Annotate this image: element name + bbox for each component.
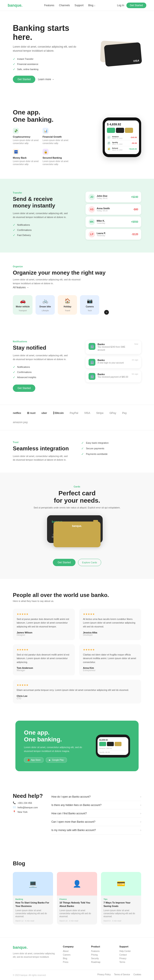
faq-4[interactable]: Can I open more than Banko account? › xyxy=(51,818,141,826)
tc-name-3: Mike K. xyxy=(97,220,105,222)
blog-post-2[interactable]: 👤 Finance 10 Things Nobody Told You Abou… xyxy=(57,872,97,924)
footer-cookies-link[interactable]: Cookies xyxy=(134,974,141,976)
tc-4: LP Laura P. Yesterday -$120 xyxy=(86,229,141,240)
nav-link-blog[interactable]: Blog ↓ xyxy=(88,4,95,7)
notif-icon-2: 🏦 xyxy=(88,359,95,366)
partners-section: netflex ⊞ nuxt uber ₿ Bitcoin PayPal VIS… xyxy=(0,405,154,430)
nav-link-channels[interactable]: Channels xyxy=(59,4,70,7)
phone-card-2 xyxy=(116,128,124,133)
phone-card-3 xyxy=(125,128,133,133)
notif-icon-1: 🏦 xyxy=(88,343,95,350)
faq-question-3: How can I find Banko account? xyxy=(51,812,86,815)
card-explore-button[interactable]: Explore Cards xyxy=(78,559,101,566)
blog-content-1: Banking How To Start Using Banko For You… xyxy=(13,896,53,924)
sr-feature-2: ✓ Confirmations xyxy=(13,228,71,232)
seamless-item-2: ✓ Secure payments xyxy=(81,447,141,450)
oab-card-3 xyxy=(115,742,121,746)
tc-info-1: John Doe Today, 09:41 xyxy=(97,195,108,199)
blog-meta-1: March 12 · 5 min read xyxy=(16,920,50,922)
app-store-button[interactable]: 🍎 App Store xyxy=(24,757,44,763)
sr-tag: Transfer xyxy=(13,192,71,194)
testimonial-text-2: At lectus urna faus iaculis lorem curabi… xyxy=(83,617,137,629)
google-play-button[interactable]: ▶ Google Play xyxy=(46,757,67,763)
phone-transaction-2: 🎵 Spotify March 11, 2022 -$9.99 xyxy=(107,140,137,146)
card-gold-brand: banque. xyxy=(57,525,97,528)
footer-link-blog[interactable]: Blog xyxy=(63,957,85,959)
footer-link-privacy[interactable]: Privacy xyxy=(119,957,141,959)
footer-link-terms[interactable]: Terms xyxy=(119,961,141,963)
nav-cta-button[interactable]: Get Started xyxy=(126,3,146,8)
partner-bitcoin: ₿ Bitcoin xyxy=(53,411,64,415)
nav-link-support[interactable]: Support xyxy=(74,4,83,7)
hero-link[interactable]: Learn more → xyxy=(38,78,54,81)
nav-login[interactable]: Log In xyxy=(117,4,124,7)
blog-post-3[interactable]: 💳 Tips 7 Ways To Improve Your Saving Goa… xyxy=(101,872,141,924)
phone-trans-info-3: Refund March 10, 2022 xyxy=(112,147,129,151)
faq-3[interactable]: How can I find Banko account? › xyxy=(51,810,141,818)
footer-logo: banque. xyxy=(13,945,57,950)
tc-info-2: Anna Smith Today, 08:20 xyxy=(97,207,110,212)
notif-time-1: Now xyxy=(134,343,138,345)
blog-post-1[interactable]: 💻 Banking How To Start Using Banko For Y… xyxy=(13,872,53,924)
faq-5[interactable]: Is my money safe with Banko account? › xyxy=(51,826,141,834)
faq-1[interactable]: How do I open an Banko account? › xyxy=(51,793,141,801)
footer-link-pricing[interactable]: Pricing xyxy=(91,954,113,956)
testimonial-author-5: Chris Lee xyxy=(17,695,137,697)
footer-link-help[interactable]: Help Center xyxy=(119,950,141,952)
sn-cta-button[interactable]: Get Started xyxy=(13,385,35,392)
feature-desc-money: Lorem ipsum dolor sit amet consectetur a… xyxy=(13,160,39,166)
blog-post-desc-3: Lorem ipsum dolor sit amet consectetur a… xyxy=(104,909,138,918)
footer-link-security[interactable]: Security xyxy=(91,957,113,959)
hero-cta-button[interactable]: Get Started xyxy=(13,76,35,83)
footer-link-roadmap[interactable]: Roadmap xyxy=(91,961,113,963)
oab-card-2 xyxy=(107,742,114,746)
category-more-dot[interactable]: + xyxy=(104,310,109,315)
seamless-check-2: ✓ xyxy=(81,447,84,450)
contact-email-value: hello@banque.com xyxy=(17,806,38,809)
seamless-label-2: Secure payments xyxy=(86,447,104,450)
footer-link-about[interactable]: About xyxy=(63,950,85,952)
one-app-banner-section: One app. One banking. Lorem dolor sit am… xyxy=(0,716,154,780)
sn-feature-label-3: Advanced insights xyxy=(17,376,36,379)
notif-card-2: 🏦 Banko A new login to your account 2m a… xyxy=(86,356,141,368)
footer-heading-3: Support xyxy=(119,945,141,948)
partner-pay: Pay xyxy=(122,411,127,415)
nav-link-features[interactable]: Features xyxy=(44,4,54,7)
notif-content-1: Banko You received $240 from SME account xyxy=(97,343,132,352)
footer-link-careers[interactable]: Careers xyxy=(63,954,85,956)
feature-desc-growth: Lorem ipsum dolor sit amet consectetur a… xyxy=(42,139,68,145)
oab-balance: $4,659.92 xyxy=(99,739,127,741)
organize-cta[interactable]: All features → xyxy=(13,286,29,289)
phone-transaction-3: 💰 Refund March 10, 2022 +$120.00 xyxy=(107,146,137,152)
tc-left-4: LP Laura P. Yesterday xyxy=(88,231,106,237)
blog-img-2: 👤 xyxy=(57,872,97,896)
blog-post-desc-2: Lorem ipsum dolor sit amet consectetur a… xyxy=(60,909,94,918)
phone-trans-date-2: March 11, 2022 xyxy=(112,143,131,145)
tc-amount-3: +$550 xyxy=(131,220,138,223)
footer-privacy-link[interactable]: Privacy Policy xyxy=(97,974,111,976)
seamless-item-1: ✓ Easy bank integration xyxy=(81,441,141,445)
contact-location-value: New York xyxy=(17,811,27,813)
footer-terms-link[interactable]: Terms of Service xyxy=(114,974,130,976)
footer-link-contact[interactable]: Contact xyxy=(119,954,141,956)
hero-feature-label-3: Safe, online banking xyxy=(17,68,39,70)
footer-link-features[interactable]: Features xyxy=(91,950,113,952)
sn-feature-label-2: Confirmations xyxy=(17,371,31,373)
seamless-label-3: Payments worldwide xyxy=(86,453,108,455)
tc-date-4: Yesterday xyxy=(97,234,106,237)
footer-link-press[interactable]: Press xyxy=(63,961,85,963)
card-cta-button[interactable]: Get Started xyxy=(53,559,75,566)
check-icon-1: ✓ xyxy=(13,57,16,60)
partner-nuxt: ⊞ nuxt xyxy=(27,411,35,415)
testimonial-5: ★★★★★ Etiam accumsan porta torquue orcy.… xyxy=(13,680,141,703)
organize-section: Organize Organize your money the right w… xyxy=(0,253,154,328)
blog-meta-2: March 10 · 4 min read xyxy=(60,920,94,922)
bike-label: Dream bike xyxy=(39,305,51,308)
card-stack: VISA xyxy=(98,40,141,67)
testimonials-section: People all over the world use banko. Her… xyxy=(0,579,154,716)
faq-2[interactable]: Is there any hidden fees on Banko accoun… xyxy=(51,801,141,810)
hero-section: Banking starts here. Lorem dolor sit ame… xyxy=(0,11,154,96)
chevron-down-icon-3: › xyxy=(140,812,141,815)
sn-right: 🏦 Banko You received $240 from SME accou… xyxy=(86,340,141,382)
refund-icon: 💰 xyxy=(107,147,111,151)
